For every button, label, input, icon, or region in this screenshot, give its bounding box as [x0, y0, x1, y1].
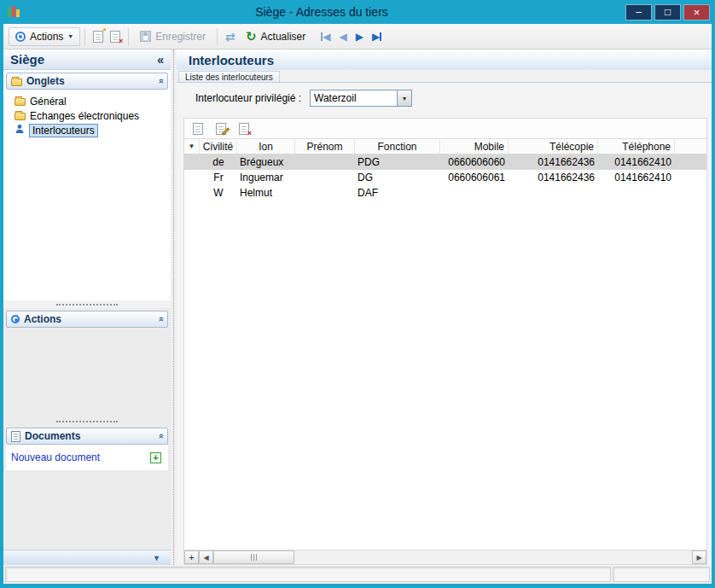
grid-edit-button[interactable]: [212, 120, 230, 137]
tab-liste-des-interlocuteurs[interactable]: Liste des interlocuteurs: [178, 71, 280, 82]
save-label: Enregistrer: [155, 31, 206, 43]
new-document-link[interactable]: Nouveau document: [11, 451, 100, 463]
actions-target-icon: [11, 315, 20, 323]
table-row[interactable]: Fr Inguemar DG 0660606061 0141662436 014…: [184, 170, 706, 185]
row-marker-header[interactable]: ▼: [184, 139, 200, 154]
main-panel: Interlocuteurs Liste des interlocuteurs …: [177, 49, 712, 565]
titlebar: Siège - Adresses du tiers – □ ×: [0, 0, 715, 24]
sidebar-header: Siège «: [3, 49, 171, 70]
column-header-telecopie[interactable]: Télécopie: [509, 139, 598, 154]
pencil-icon: [222, 127, 230, 135]
refresh-icon: ↻: [246, 31, 257, 43]
combo-dropdown-button[interactable]: ▼: [397, 90, 411, 106]
horizontal-scrollbar: + ◀ ▶: [184, 550, 706, 564]
column-header-telephone[interactable]: Téléphone: [598, 139, 675, 154]
nav-next-button[interactable]: ▶: [356, 31, 363, 43]
nav-first-button[interactable]: ◀: [321, 31, 330, 43]
add-document-button[interactable]: +: [150, 452, 161, 463]
grid-delete-button[interactable]: ×: [235, 120, 253, 137]
column-header-prenom[interactable]: Prénom: [295, 139, 355, 154]
chevron-up-icon[interactable]: »: [155, 434, 166, 439]
actions-section-header[interactable]: Actions »: [6, 311, 168, 328]
table-row[interactable]: de Brégueux PDG 0660606060 0141662436 01…: [184, 154, 706, 170]
item-label: Général: [30, 96, 67, 108]
grid-empty-area: [184, 201, 706, 550]
refresh-button[interactable]: ↻ Actualiser: [239, 27, 312, 46]
document-icon: [11, 431, 20, 442]
scrollbar-thumb[interactable]: [213, 550, 294, 564]
sidebar-separator: [3, 300, 171, 308]
scrollbar-track[interactable]: [294, 550, 692, 564]
main-toolbar: Actions ▼ * × Enregistrer ⇄ ↻ Actualiser…: [3, 24, 712, 49]
save-icon: [140, 31, 151, 42]
cell-civilite: de: [200, 154, 237, 170]
minimize-button[interactable]: –: [625, 4, 652, 20]
cell-nom: Inguemar: [237, 170, 295, 185]
column-header-fonction[interactable]: Fonction: [355, 139, 440, 154]
nav-last-button[interactable]: ▶: [372, 31, 381, 43]
cell-fonction: DG: [355, 170, 440, 185]
toolbar-separator: [128, 28, 129, 45]
onglets-section: Onglets » Général Echanges électroniques: [3, 70, 171, 300]
cell-mobile: 0660606061: [440, 170, 509, 185]
grid-header-row: ▼ Civilité Ion Prénom Fonction Mobile Té…: [184, 139, 706, 154]
panel-splitter[interactable]: [171, 49, 177, 565]
sidebar-scroll-down-button[interactable]: ▼: [3, 550, 171, 565]
sidebar-collapse-button[interactable]: «: [157, 53, 164, 67]
cell-telecopie: [509, 185, 598, 201]
column-header-nom[interactable]: Ion: [237, 139, 295, 154]
window-title: Siège - Adresses du tiers: [20, 5, 623, 19]
documents-section-header[interactable]: Documents »: [6, 428, 168, 445]
new-page-icon: *: [93, 31, 103, 43]
cell-civilite: Fr: [200, 170, 237, 185]
actions-label: Actions: [24, 313, 154, 325]
sidebar-item-echanges-electroniques[interactable]: Echanges électroniques: [15, 108, 168, 123]
column-header-mobile[interactable]: Mobile: [440, 139, 509, 154]
privileged-contact-label: Interlocuteur privilégié :: [195, 92, 301, 104]
contact-person-icon: [15, 124, 25, 137]
cell-telephone: [598, 185, 675, 201]
status-panel-main: [5, 567, 611, 582]
cell-fonction: PDG: [355, 154, 440, 170]
cell-civilite: W: [200, 185, 237, 201]
save-button[interactable]: Enregistrer: [133, 27, 212, 46]
delete-x-icon: ×: [119, 38, 123, 45]
onglets-section-header[interactable]: Onglets »: [6, 73, 168, 90]
actions-section: Actions »: [3, 308, 171, 417]
documents-label: Documents: [25, 430, 154, 442]
chevron-up-icon[interactable]: »: [155, 317, 166, 322]
actions-label: Actions: [30, 31, 63, 43]
nav-previous-button[interactable]: ◀: [339, 31, 346, 43]
add-row-button[interactable]: +: [184, 550, 199, 564]
new-page-icon: [193, 123, 203, 135]
sidebar-item-general[interactable]: Général: [15, 94, 168, 108]
scroll-right-button[interactable]: ▶: [692, 550, 706, 564]
new-record-button[interactable]: *: [90, 28, 107, 45]
new-star-icon: *: [103, 27, 107, 35]
row-marker-cell: [184, 185, 200, 201]
table-row[interactable]: W Helmut DAF: [184, 185, 706, 201]
cell-mobile: [440, 185, 509, 201]
actions-menu-button[interactable]: Actions ▼: [9, 27, 80, 46]
row-marker-cell: [184, 170, 200, 185]
privileged-contact-row: Interlocuteur privilégié : Waterzoil ▼: [177, 83, 712, 114]
close-button[interactable]: ×: [683, 4, 710, 20]
edit-page-icon: [216, 123, 226, 135]
window-body: Siège « Onglets » Général Echanges é: [3, 49, 712, 565]
status-bar: [3, 565, 712, 584]
grid-new-button[interactable]: [189, 120, 206, 137]
page-title: Interlocuteurs: [189, 53, 274, 67]
privileged-contact-select[interactable]: Waterzoil ▼: [310, 90, 412, 107]
scroll-left-button[interactable]: ◀: [199, 550, 213, 564]
chevron-down-icon: ▼: [402, 96, 408, 102]
toolbar-separator: [84, 28, 85, 45]
maximize-button[interactable]: □: [654, 4, 681, 20]
column-header-civilite[interactable]: Civilité: [200, 139, 237, 154]
sidebar-item-interlocuteurs[interactable]: Interlocuteurs: [15, 123, 168, 137]
cell-prenom: [295, 185, 355, 201]
chevron-up-icon[interactable]: »: [155, 79, 166, 84]
sync-button[interactable]: ⇄: [222, 28, 239, 45]
delete-record-button[interactable]: ×: [107, 28, 124, 45]
grid-toolbar: ×: [184, 119, 706, 139]
toolbar-separator: [217, 28, 218, 45]
